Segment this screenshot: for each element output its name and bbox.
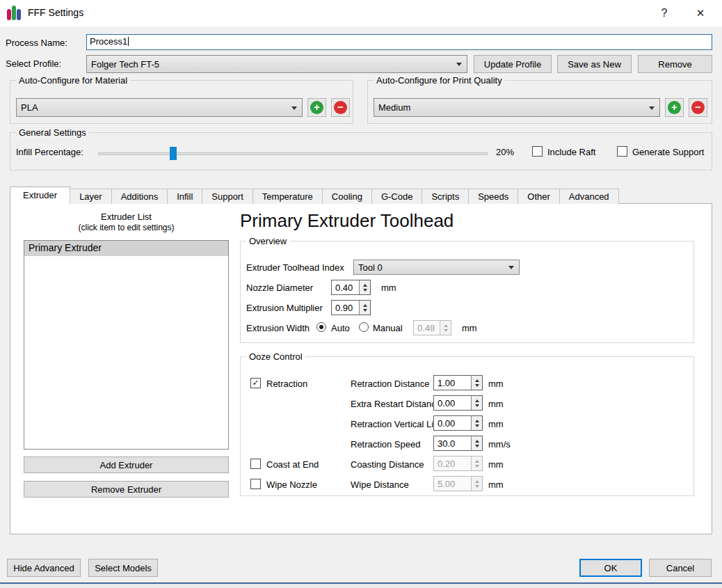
tab-advanced[interactable]: Advanced [559, 189, 619, 204]
page-title: Primary Extruder Toolhead [240, 210, 454, 232]
settings-tab-bar: Extruder Layer Additions Infill Support … [10, 186, 618, 204]
add-material-button[interactable]: + [307, 98, 326, 117]
include-raft-label: Include Raft [547, 147, 595, 157]
coasting-distance-label: Coasting Distance [351, 459, 424, 470]
coasting-distance-spinner: 0.20 [433, 456, 483, 471]
hide-advanced-button[interactable]: Hide Advanced [7, 559, 81, 577]
nozzle-diameter-unit: mm [381, 283, 396, 293]
toolhead-index-value: Tool 0 [358, 262, 383, 273]
infill-percentage-label: Infill Percentage: [16, 147, 83, 157]
extra-restart-distance-unit: mm [488, 399, 504, 409]
add-extruder-button[interactable]: Add Extruder [24, 456, 229, 473]
extra-restart-distance-label: Extra Restart Distance [351, 399, 441, 409]
tab-speeds[interactable]: Speeds [468, 189, 518, 204]
retraction-vertical-lift-value: 0.00 [434, 416, 471, 430]
material-group-title: Auto-Configure for Material [16, 75, 130, 86]
extruder-listbox[interactable]: Primary Extruder [24, 240, 229, 450]
nozzle-diameter-value: 0.40 [332, 280, 359, 294]
chevron-down-icon [291, 106, 297, 110]
list-item[interactable]: Primary Extruder [24, 241, 228, 256]
retraction-speed-spinner[interactable]: 30.0 [433, 436, 483, 451]
material-dropdown-value: PLA [21, 102, 38, 113]
tab-gcode[interactable]: G-Code [371, 189, 423, 204]
extrusion-width-auto-radio[interactable] [316, 322, 326, 332]
wipe-nozzle-checkbox[interactable] [250, 479, 261, 489]
overview-group-title: Overview [246, 236, 289, 246]
tab-scripts[interactable]: Scripts [422, 189, 469, 204]
generate-support-label: Generate Support [632, 147, 704, 157]
general-group-title: General Settings [16, 127, 89, 138]
toolhead-index-dropdown[interactable]: Tool 0 [353, 260, 520, 275]
retraction-speed-label: Retraction Speed [351, 439, 420, 450]
ok-button[interactable]: OK [579, 559, 642, 577]
title-bar: FFF Settings ? ✕ [0, 0, 722, 26]
chevron-down-icon [508, 266, 514, 269]
extrusion-width-manual-radio[interactable] [359, 322, 369, 332]
retraction-vertical-lift-spinner[interactable]: 0.00 [433, 415, 483, 431]
tab-cooling[interactable]: Cooling [322, 189, 372, 204]
tab-additions[interactable]: Additions [111, 189, 168, 204]
extrusion-width-label: Extrusion Width [246, 323, 310, 333]
spinner-arrows[interactable] [359, 301, 370, 315]
manual-radio-label: Manual [373, 323, 403, 333]
extruder-list-title: Extruder List [10, 212, 242, 222]
close-icon[interactable]: ✕ [689, 4, 712, 22]
nozzle-diameter-label: Nozzle Diameter [246, 283, 313, 293]
include-raft-checkbox[interactable] [532, 146, 543, 157]
coasting-distance-unit: mm [488, 459, 504, 470]
remove-profile-button[interactable]: Remove [638, 55, 712, 73]
tab-extruder[interactable]: Extruder [10, 186, 70, 204]
remove-extruder-button[interactable]: Remove Extruder [24, 481, 229, 498]
wipe-distance-spinner: 5.00 [433, 476, 483, 491]
retraction-distance-value: 1.00 [434, 376, 471, 390]
coast-at-end-checkbox[interactable] [250, 459, 261, 469]
retraction-distance-label: Retraction Distance [351, 379, 429, 389]
spinner-arrows[interactable] [359, 280, 370, 294]
save-as-new-button[interactable]: Save as New [557, 55, 632, 73]
cancel-button[interactable]: Cancel [649, 559, 712, 577]
spinner-arrows[interactable] [471, 396, 482, 410]
infill-percentage-value: 20% [496, 147, 514, 157]
help-icon[interactable]: ? [652, 4, 676, 22]
generate-support-checkbox[interactable] [617, 146, 627, 157]
material-dropdown[interactable]: PLA [16, 98, 303, 117]
wipe-distance-value: 5.00 [434, 477, 471, 491]
profile-dropdown[interactable]: Folger Tech FT-5 [86, 55, 467, 73]
tab-support[interactable]: Support [202, 189, 253, 204]
spinner-arrows[interactable] [471, 416, 482, 430]
auto-radio-label: Auto [331, 323, 350, 333]
minus-icon: − [334, 101, 347, 114]
remove-material-button[interactable]: − [331, 98, 350, 117]
infill-slider-track[interactable] [98, 152, 488, 155]
extrusion-multiplier-spinner[interactable]: 0.90 [331, 300, 371, 315]
spinner-arrows[interactable] [471, 376, 482, 390]
quality-dropdown[interactable]: Medium [374, 98, 660, 117]
extruder-list-subtitle: (click item to edit settings) [10, 223, 242, 232]
tab-infill[interactable]: Infill [167, 189, 202, 204]
extrusion-multiplier-value: 0.90 [332, 301, 359, 315]
nozzle-diameter-spinner[interactable]: 0.40 [331, 280, 371, 295]
remove-quality-button[interactable]: − [689, 98, 707, 117]
extra-restart-distance-spinner[interactable]: 0.00 [433, 395, 483, 411]
retraction-speed-unit: mm/s [488, 439, 511, 450]
auto-configure-material-group: Auto-Configure for Material PLA + − [10, 80, 353, 124]
retraction-distance-spinner[interactable]: 1.00 [433, 375, 483, 390]
retraction-vertical-lift-unit: mm [488, 419, 504, 429]
process-name-input[interactable]: Process1 [86, 34, 712, 50]
tab-temperature[interactable]: Temperature [252, 189, 323, 204]
retraction-checkbox[interactable]: ✓ [250, 378, 261, 388]
tab-layer[interactable]: Layer [70, 189, 112, 204]
wipe-distance-unit: mm [488, 479, 504, 490]
update-profile-button[interactable]: Update Profile [474, 55, 552, 73]
add-quality-button[interactable]: + [665, 98, 684, 117]
spinner-arrows[interactable] [471, 436, 482, 450]
retraction-label: Retraction [266, 379, 307, 389]
wipe-nozzle-label: Wipe Nozzle [266, 479, 317, 490]
select-models-button[interactable]: Select Models [88, 559, 158, 577]
overview-group: Overview Extruder Toolhead Index Tool 0 … [240, 241, 694, 343]
spinner-arrows [471, 477, 482, 491]
profile-dropdown-value: Folger Tech FT-5 [91, 59, 159, 70]
tab-other[interactable]: Other [518, 189, 560, 204]
infill-slider-handle[interactable] [170, 147, 177, 160]
text-cursor [128, 37, 129, 46]
